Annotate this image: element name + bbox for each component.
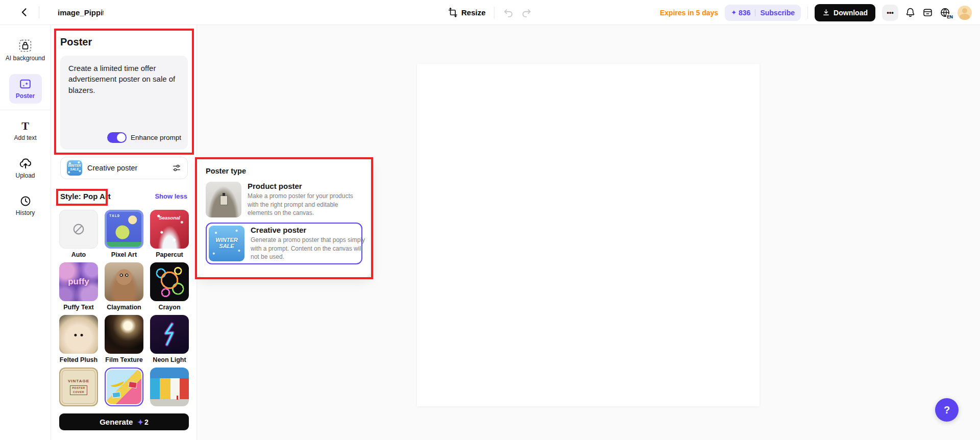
style-option-neon-light[interactable]: Neon Light bbox=[150, 315, 189, 364]
creative-poster-thumbnail: WINTER SALE bbox=[67, 160, 82, 176]
undo-button[interactable] bbox=[502, 7, 513, 18]
top-bar: image_Pippit_20 Resize Expires in 5 days… bbox=[0, 0, 980, 25]
poster-type-value: Creative poster bbox=[87, 164, 167, 172]
subscribe-link[interactable]: Subscribe bbox=[760, 9, 795, 17]
divider bbox=[807, 7, 808, 19]
divider bbox=[494, 7, 494, 19]
download-button[interactable]: Download bbox=[815, 4, 875, 21]
divider bbox=[0, 110, 51, 110]
storage-box-icon bbox=[922, 7, 933, 18]
ai-background-icon bbox=[18, 39, 32, 53]
notifications-button[interactable] bbox=[905, 7, 916, 18]
prompt-text: Create a limited time offer advertisemen… bbox=[68, 64, 175, 94]
upload-icon bbox=[19, 157, 32, 170]
language-code: EN bbox=[946, 14, 953, 19]
style-heading: Style: Pop Art bbox=[60, 192, 111, 201]
enhance-prompt-label: Enhance prompt bbox=[131, 133, 181, 142]
style-option-film-texture[interactable]: Film Texture bbox=[105, 315, 143, 364]
style-option-puffy-text[interactable]: puffy Puffy Text bbox=[59, 262, 98, 312]
redo-button[interactable] bbox=[521, 7, 532, 18]
poster-panel: Poster Create a limited time offer adver… bbox=[51, 25, 197, 440]
sidebar-item-ai-background[interactable]: AI background bbox=[2, 35, 49, 66]
poster-type-popup: Poster type Product poster Make a promo … bbox=[198, 160, 371, 277]
style-grid: Auto TALD Pixel Art Seasonal Papercut pu… bbox=[59, 210, 191, 406]
sidebar-item-upload[interactable]: Upload bbox=[2, 153, 49, 183]
sliders-icon bbox=[172, 163, 181, 173]
sidebar-item-add-text[interactable]: T Add text bbox=[2, 116, 49, 145]
editor-canvas[interactable] bbox=[417, 64, 760, 406]
style-option-papercut[interactable]: Seasonal Papercut bbox=[150, 210, 189, 259]
style-option-pixel-art[interactable]: TALD Pixel Art bbox=[105, 210, 143, 259]
resize-crop-icon bbox=[448, 8, 458, 17]
style-option-auto[interactable]: Auto bbox=[59, 210, 98, 259]
enhance-prompt-toggle[interactable] bbox=[107, 132, 127, 143]
expiry-notice: Expires in 5 days bbox=[660, 9, 718, 17]
divider bbox=[755, 9, 755, 16]
poster-type-selector[interactable]: WINTER SALE Creative poster bbox=[60, 157, 188, 179]
history-icon bbox=[19, 195, 32, 207]
storage-button[interactable] bbox=[922, 7, 933, 18]
poster-type-title: Poster type bbox=[206, 167, 362, 175]
neon-zigzag-icon bbox=[158, 320, 181, 349]
sparkle-icon: ✦ bbox=[731, 9, 737, 16]
back-button[interactable] bbox=[17, 5, 32, 19]
redo-icon bbox=[521, 7, 532, 18]
download-icon bbox=[822, 9, 830, 16]
language-button[interactable]: EN bbox=[940, 7, 951, 18]
style-option-felted-plush[interactable]: Felted Plush bbox=[59, 315, 98, 364]
divider bbox=[39, 6, 39, 18]
poster-type-option-product[interactable]: Product poster Make a promo poster for y… bbox=[206, 182, 362, 217]
add-text-icon: T bbox=[21, 120, 29, 132]
show-less-button[interactable]: Show less bbox=[155, 192, 187, 200]
sidebar-item-history[interactable]: History bbox=[2, 191, 49, 221]
avatar[interactable] bbox=[958, 6, 972, 20]
panel-title: Poster bbox=[60, 36, 92, 48]
generate-button[interactable]: Generate ✦2 bbox=[59, 413, 189, 430]
sparkle-icon: ✦ bbox=[137, 418, 143, 426]
sidebar-item-poster[interactable]: Poster bbox=[9, 74, 42, 104]
tool-sidebar: AI background Poster T Add text Upload H… bbox=[0, 25, 51, 440]
style-option-crayon[interactable]: Crayon bbox=[150, 262, 189, 312]
none-icon bbox=[71, 222, 86, 236]
poster-type-option-creative[interactable]: WINTER SALE Creative poster Generate a p… bbox=[206, 223, 362, 264]
style-option-pop-art[interactable] bbox=[105, 368, 143, 406]
prompt-input[interactable]: Create a limited time offer advertisemen… bbox=[60, 56, 188, 150]
creative-poster-thumbnail: WINTER SALE bbox=[209, 226, 244, 261]
poster-icon bbox=[19, 78, 32, 90]
help-button[interactable]: ? bbox=[935, 398, 959, 422]
document-title: image_Pippit_20 bbox=[58, 8, 104, 17]
product-poster-thumbnail bbox=[206, 182, 241, 217]
resize-button[interactable]: Resize bbox=[448, 8, 486, 17]
undo-icon bbox=[502, 7, 513, 18]
more-options-button[interactable]: ••• bbox=[882, 5, 898, 21]
credits-pill[interactable]: ✦836 Subscribe bbox=[725, 5, 801, 21]
style-option-vintage[interactable]: VINTAGE POSTERCOVER bbox=[59, 368, 98, 406]
style-option-color-wall[interactable] bbox=[150, 368, 189, 406]
bell-icon bbox=[905, 7, 916, 18]
back-chevron-icon bbox=[19, 7, 30, 17]
credits-count: 836 bbox=[739, 9, 750, 17]
style-option-claymation[interactable]: Claymation bbox=[105, 262, 143, 312]
